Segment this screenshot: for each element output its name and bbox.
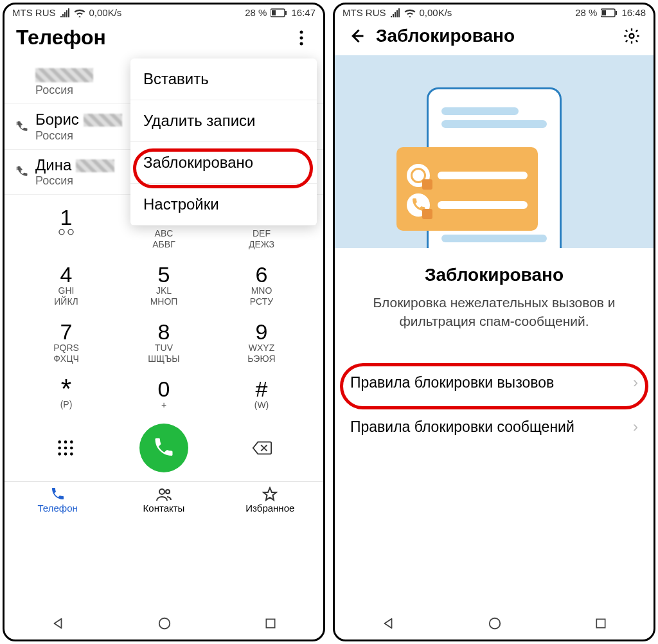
blocked-title: Заблокировано (354, 265, 634, 285)
svg-point-8 (58, 440, 62, 443)
settings-button[interactable] (621, 26, 642, 46)
key-hash[interactable]: #(W) (213, 373, 310, 420)
call-name: Борис (35, 111, 79, 128)
wifi-icon (74, 8, 85, 17)
svg-point-26 (490, 618, 501, 629)
svg-rect-20 (266, 619, 274, 627)
backspace-button[interactable] (252, 438, 272, 458)
svg-rect-27 (596, 619, 605, 627)
svg-point-18 (166, 490, 170, 494)
svg-rect-2 (285, 11, 287, 15)
app-header: Заблокировано (335, 19, 654, 55)
star-icon (217, 486, 323, 503)
tab-favorites[interactable]: Избранное (217, 482, 323, 516)
back-button[interactable] (346, 26, 367, 46)
signal-icon (60, 8, 70, 17)
battery-icon (271, 8, 287, 17)
outgoing-call-icon (16, 120, 30, 133)
phone-dialer-screen: MTS RUS 0,00K/s 28 % 16:47 Телефон Росси… (3, 3, 325, 641)
svg-point-14 (58, 452, 62, 456)
system-nav-bar (4, 606, 323, 640)
hero-illustration (335, 55, 654, 248)
collapse-keypad-button[interactable] (55, 438, 76, 458)
chevron-right-icon: › (633, 418, 638, 436)
phone-icon (4, 486, 111, 503)
battery-pct: 28 % (245, 7, 267, 18)
key-star[interactable]: *(P) (17, 373, 115, 420)
contacts-icon (111, 486, 217, 503)
key-5[interactable]: 5JKLМНОП (115, 258, 213, 316)
phone-blocked-screen: MTS RUS 0,00K/s 28 % 16:48 Заблокировано (333, 3, 655, 641)
context-menu: Вставить Удалить записи Заблокировано На… (130, 58, 317, 226)
status-bar: MTS RUS 0,00K/s 28 % 16:47 (4, 4, 323, 19)
page-title: Телефон (16, 26, 106, 49)
page-title: Заблокировано (376, 26, 515, 46)
key-4[interactable]: 4GHIИЙКЛ (17, 258, 115, 316)
svg-point-16 (70, 452, 73, 456)
more-menu-button[interactable] (291, 28, 312, 48)
blocked-intro: Заблокировано Блокировка нежелательных в… (335, 248, 654, 348)
clock: 16:48 (621, 7, 646, 18)
svg-point-5 (300, 42, 303, 45)
battery-icon (601, 8, 618, 17)
svg-rect-1 (272, 10, 276, 15)
call-name: Дина (35, 156, 71, 174)
wifi-icon (404, 8, 416, 17)
svg-point-4 (300, 36, 303, 39)
outgoing-call-icon (16, 165, 30, 178)
svg-point-17 (159, 489, 164, 494)
speed-label: 0,00K/s (89, 7, 122, 18)
svg-point-7 (68, 229, 73, 235)
tab-phone[interactable]: Телефон (4, 482, 111, 516)
key-9[interactable]: 9WXYZЬЭЮЯ (213, 316, 310, 373)
svg-point-11 (58, 446, 62, 449)
svg-point-3 (300, 30, 303, 33)
system-nav-bar (335, 606, 654, 640)
recent-calls: Россия Борис Россия Дина Россия Вставить… (4, 58, 323, 195)
rule-call-blocking[interactable]: Правила блокировки вызовов › (335, 361, 654, 405)
speed-label: 0,00K/s (420, 7, 452, 18)
svg-point-12 (64, 446, 67, 449)
nav-recent[interactable] (594, 617, 607, 630)
key-6[interactable]: 6MNOРСТУ (213, 258, 310, 316)
clock: 16:47 (291, 7, 316, 18)
keypad: 1 2ABCАБВГ 3DEFДЕЖЗ 4GHIИЙКЛ 5JKLМНОП 6M… (4, 195, 323, 419)
svg-point-19 (159, 618, 170, 629)
menu-blocked[interactable]: Заблокировано (130, 142, 317, 184)
key-1[interactable]: 1 (17, 201, 115, 258)
key-7[interactable]: 7PQRSФХЦЧ (17, 316, 115, 373)
status-bar: MTS RUS 0,00K/s 28 % 16:48 (335, 4, 654, 19)
nav-back[interactable] (381, 616, 395, 631)
nav-home[interactable] (157, 616, 172, 631)
svg-rect-22 (602, 10, 606, 15)
dialer: 1 2ABCАБВГ 3DEFДЕЖЗ 4GHIИЙКЛ 5JKLМНОП 6M… (4, 195, 323, 606)
bottom-tabs: Телефон Контакты Избранное (4, 481, 323, 516)
dial-button[interactable] (139, 424, 188, 472)
menu-delete-records[interactable]: Удалить записи (130, 100, 317, 142)
redacted-surname (76, 159, 114, 172)
svg-point-15 (64, 452, 67, 456)
nav-back[interactable] (51, 616, 65, 631)
chevron-right-icon: › (633, 373, 638, 391)
rule-message-blocking[interactable]: Правила блокировки сообщений › (335, 405, 654, 449)
nav-home[interactable] (488, 616, 502, 631)
redacted-surname (84, 114, 122, 127)
nav-recent[interactable] (264, 617, 277, 630)
rule-list: Правила блокировки вызовов › Правила бло… (335, 361, 654, 449)
signal-icon (390, 8, 400, 17)
svg-point-24 (630, 34, 634, 39)
tab-contacts[interactable]: Контакты (111, 482, 217, 516)
redacted-name (35, 68, 93, 82)
menu-settings[interactable]: Настройки (130, 184, 317, 226)
carrier-label: MTS RUS (342, 7, 386, 18)
menu-paste[interactable]: Вставить (130, 58, 317, 100)
svg-point-9 (64, 440, 67, 443)
key-8[interactable]: 8TUVШЩЪЫ (115, 316, 213, 373)
svg-rect-23 (616, 11, 617, 15)
battery-pct: 28 % (575, 7, 597, 18)
carrier-label: MTS RUS (12, 7, 56, 18)
blocked-description: Блокировка нежелательных вызовов и фильт… (354, 293, 634, 331)
svg-point-13 (70, 446, 73, 449)
app-header: Телефон (4, 19, 323, 58)
key-0[interactable]: 0+ (115, 373, 213, 420)
